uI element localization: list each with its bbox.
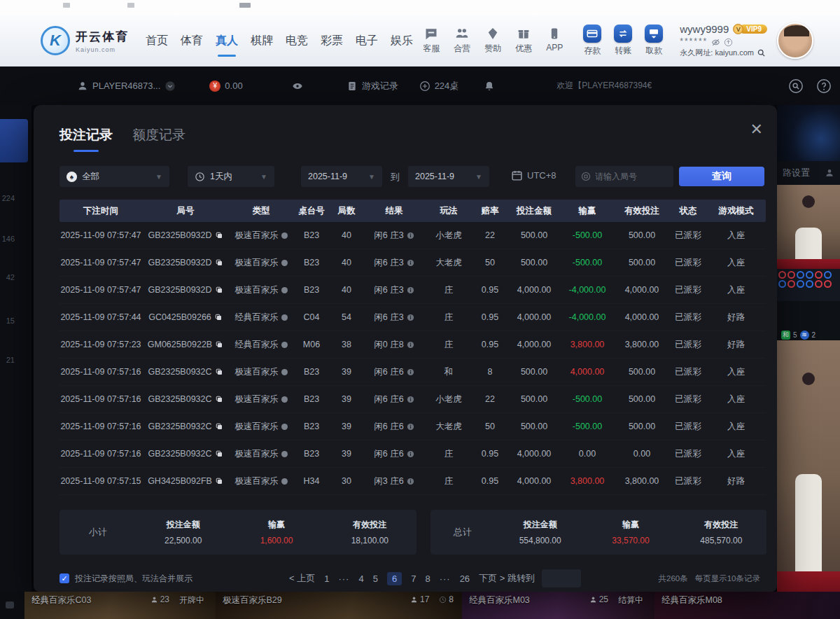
table-row[interactable]: 2025-11-09 07:57:47GB2325B0932D极速百家乐B234… — [59, 249, 766, 277]
merge-checkbox[interactable]: ✓ — [59, 573, 69, 583]
nav-item-首页[interactable]: 首页 — [144, 29, 169, 53]
live-table-tile[interactable]: 经典百家乐M08 — [654, 592, 840, 619]
info-icon[interactable] — [407, 450, 414, 458]
nav-item-电竞[interactable]: 电竞 — [284, 29, 309, 53]
player-menu[interactable]: PLAYER46873... — [77, 81, 176, 92]
nav-item-棋牌[interactable]: 棋牌 — [249, 29, 274, 53]
live-table-tile[interactable]: 经典百家乐M0325结算中 — [462, 592, 654, 619]
page-4[interactable]: 4 — [358, 573, 363, 584]
table-row[interactable]: 2025-11-09 07:57:16GB2325B0932C极速百家乐B233… — [59, 440, 766, 468]
notifications-button[interactable] — [484, 81, 495, 92]
live-dealer-video[interactable] — [777, 340, 840, 592]
copy-icon[interactable] — [215, 258, 223, 267]
nav-item-电子[interactable]: 电子 — [354, 29, 379, 53]
table-row[interactable]: 2025-11-09 07:57:16GB2325B0932C极速百家乐B233… — [59, 413, 766, 440]
copy-icon[interactable] — [215, 477, 223, 485]
nav-item-真人[interactable]: 真人 — [214, 29, 239, 53]
site-header: K 开云体育 Kaiyun.com 首页体育真人棋牌电竞彩票电子娱乐 客服合营赞… — [0, 15, 840, 67]
query-button[interactable]: 查询 — [679, 167, 764, 186]
refresh-circle-icon[interactable] — [724, 37, 733, 46]
page-next[interactable]: 下页 > — [479, 572, 505, 585]
summary-col-value: 1,600.00 — [230, 536, 323, 545]
info-icon[interactable] — [407, 478, 414, 485]
page-5[interactable]: 5 — [373, 573, 378, 584]
nav-item-彩票[interactable]: 彩票 — [319, 29, 344, 53]
page-26[interactable]: 26 — [460, 573, 470, 584]
tie-count: 5 — [793, 331, 797, 339]
cell-status: 已派彩 — [670, 339, 706, 351]
banker-road-dot — [815, 271, 822, 279]
wallet-transfer-button[interactable]: 转账 — [610, 25, 636, 57]
avatar[interactable] — [777, 22, 813, 59]
info-icon[interactable] — [407, 286, 414, 294]
copy-icon[interactable] — [215, 340, 223, 349]
copy-icon[interactable] — [215, 422, 223, 431]
copy-icon[interactable] — [215, 231, 223, 239]
date-from-select[interactable]: 2025-11-9 ▼ — [301, 166, 382, 187]
copy-icon[interactable] — [215, 286, 223, 294]
wallet-deposit-button[interactable]: 存款 — [579, 25, 606, 57]
date-to-select[interactable]: 2025-11-9 ▼ — [408, 166, 489, 187]
close-icon[interactable]: ✕ — [750, 122, 763, 137]
table-row[interactable]: 2025-11-09 07:57:47GB2325B0932D极速百家乐B234… — [59, 222, 766, 249]
tab-额度记录[interactable]: 额度记录 — [132, 126, 186, 144]
toggle-balance[interactable] — [292, 81, 303, 92]
page-8[interactable]: 8 — [425, 573, 430, 584]
table-row[interactable]: 2025-11-09 07:57:16GB2325B0932C极速百家乐B233… — [59, 359, 766, 386]
copy-icon[interactable] — [215, 395, 223, 403]
timezone-display[interactable]: UTC+8 — [511, 169, 556, 181]
eye-off-icon[interactable] — [711, 37, 720, 46]
cell-status: 已派彩 — [670, 284, 706, 296]
info-icon[interactable] — [407, 396, 414, 403]
game-type-select[interactable]: ♠ 全部 ▼ — [59, 166, 169, 187]
jump-input[interactable] — [542, 569, 581, 587]
search-circle-icon[interactable] — [788, 78, 804, 94]
info-icon[interactable] — [407, 232, 414, 239]
info-icon[interactable] — [407, 341, 414, 349]
table-row[interactable]: 2025-11-09 07:57:23GM0625B0922B经典百家乐M063… — [59, 331, 766, 359]
game-record-button[interactable]: 游戏记录 — [346, 80, 398, 92]
copy-icon[interactable] — [214, 313, 223, 321]
nav-item-体育[interactable]: 体育 — [179, 29, 204, 53]
copy-icon[interactable] — [215, 450, 223, 458]
quick-sponsor-button[interactable]: 赞助 — [479, 27, 506, 55]
cell-time: 2025-11-09 07:57:16 — [59, 449, 142, 459]
quick-partners-button[interactable]: 合营 — [449, 27, 475, 55]
quick-promo-button[interactable]: 优惠 — [510, 27, 537, 55]
quick-label: 赞助 — [484, 43, 501, 55]
date-range-select[interactable]: 1天内 ▼ — [188, 166, 274, 187]
info-icon[interactable] — [407, 259, 414, 267]
page-prev[interactable]: < 上页 — [289, 572, 315, 585]
quick-support-button[interactable]: 客服 — [418, 27, 444, 55]
help-circle-icon[interactable] — [816, 78, 832, 94]
jump-label: 跳转到 — [507, 572, 535, 585]
table-row[interactable]: 2025-11-09 07:57:16GB2325B0932C极速百家乐B233… — [59, 386, 766, 413]
sidebar-active-item[interactable] — [0, 119, 28, 162]
live-dealer-video[interactable]: 和 5 ≋ 2 — [777, 185, 840, 340]
road-settings-bar[interactable]: 路设置 — [777, 161, 840, 185]
tables-count-button[interactable]: 224桌 — [419, 80, 459, 92]
info-icon[interactable] — [407, 423, 414, 431]
table-row[interactable]: 2025-11-09 07:57:15GH3425B092FB极速百家乐H343… — [59, 468, 766, 495]
nav-item-娱乐[interactable]: 娱乐 — [389, 29, 414, 53]
quick-app-button[interactable]: APP — [541, 27, 568, 55]
column-状态: 状态 — [670, 205, 706, 217]
live-table-tile[interactable]: 极速百家乐B29178 — [216, 592, 462, 619]
site-logo[interactable]: K 开云体育 Kaiyun.com — [41, 26, 129, 55]
magnifier-icon[interactable] — [757, 48, 766, 57]
cell-play: 庄 — [425, 339, 472, 351]
info-icon[interactable] — [407, 368, 414, 376]
cell-rounds: 38 — [330, 340, 363, 349]
info-icon[interactable] — [407, 314, 414, 321]
table-row[interactable]: 2025-11-09 07:57:47GB2325B0932D极速百家乐B234… — [59, 277, 766, 304]
page-7[interactable]: 7 — [411, 573, 416, 584]
page-6[interactable]: 6 — [387, 572, 402, 585]
wallet-withdraw-button[interactable]: 取款 — [640, 25, 667, 57]
page-1[interactable]: 1 — [324, 573, 329, 584]
live-table-tile[interactable]: 经典百家乐C0323开牌中 — [24, 592, 216, 619]
table-row[interactable]: 2025-11-09 07:57:44GC0425B09266经典百家乐C045… — [59, 304, 766, 331]
tab-投注记录[interactable]: 投注记录 — [59, 126, 113, 144]
copy-icon[interactable] — [215, 368, 223, 376]
balance-display[interactable]: ¥ 0.00 — [209, 81, 242, 92]
player-road-dot — [806, 280, 813, 288]
